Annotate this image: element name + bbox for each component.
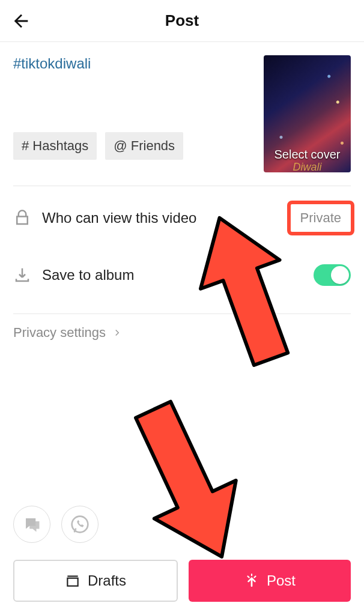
privacy-settings-link[interactable]: Privacy settings xyxy=(0,314,364,351)
share-whatsapp-button[interactable] xyxy=(61,506,99,543)
page-title: Post xyxy=(165,11,199,30)
share-messages-button[interactable] xyxy=(13,506,50,543)
visibility-value-highlight: Private xyxy=(287,201,354,235)
hashtags-chip[interactable]: # Hashtags xyxy=(13,132,97,160)
chat-icon xyxy=(23,515,41,533)
drafts-button[interactable]: Drafts xyxy=(13,560,178,602)
annotation-arrow-post xyxy=(114,390,258,571)
video-cover[interactable]: Select cover Diwali xyxy=(264,55,351,172)
friends-chip[interactable]: @ Friends xyxy=(105,132,183,160)
back-button[interactable] xyxy=(11,11,31,31)
save-to-album-label: Save to album xyxy=(42,267,303,283)
privacy-settings-label: Privacy settings xyxy=(13,325,106,341)
post-icon xyxy=(244,573,259,589)
save-to-album-toggle[interactable] xyxy=(314,264,351,286)
visibility-label: Who can view this video xyxy=(42,210,276,226)
bottom-bar: Drafts Post xyxy=(13,560,351,602)
drafts-label: Drafts xyxy=(88,572,126,589)
post-label: Post xyxy=(267,572,296,589)
save-to-album-row: Save to album xyxy=(0,250,364,300)
post-button[interactable]: Post xyxy=(189,560,351,602)
whatsapp-icon xyxy=(70,515,89,534)
cover-subtext: Diwali xyxy=(264,161,351,172)
caption-hashtag[interactable]: #tiktokdiwali xyxy=(13,55,264,72)
download-icon xyxy=(13,266,31,284)
select-cover-label: Select cover xyxy=(264,148,351,162)
share-row xyxy=(13,506,99,543)
back-arrow-icon xyxy=(11,11,31,31)
visibility-value: Private xyxy=(300,210,341,225)
caption-section: #tiktokdiwali # Hashtags @ Friends Selec… xyxy=(0,42,364,172)
svg-rect-1 xyxy=(67,578,77,586)
visibility-row[interactable]: Who can view this video Private xyxy=(0,186,364,250)
chevron-right-icon xyxy=(112,327,123,338)
lock-icon xyxy=(13,209,31,227)
drafts-icon xyxy=(65,573,80,589)
header: Post xyxy=(0,0,364,42)
